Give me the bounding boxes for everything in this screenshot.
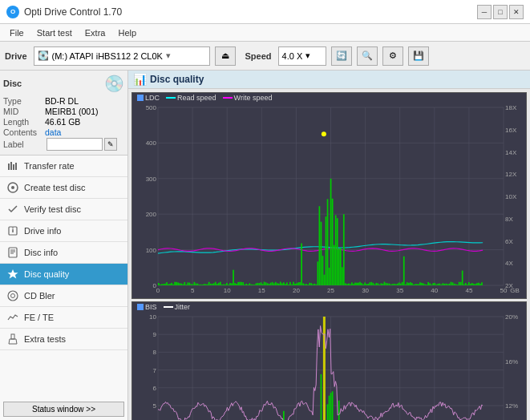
svg-point-15 <box>11 294 15 298</box>
content-header-icon: 📊 <box>133 73 147 86</box>
chart1-container: LDC Read speed Write speed <box>131 92 527 299</box>
refresh-button[interactable]: 🔄 <box>331 46 352 66</box>
drive-icon: 💽 <box>38 50 49 61</box>
svg-rect-0 <box>8 164 10 170</box>
minimize-button[interactable]: ─ <box>477 5 492 19</box>
disc-panel: Disc 💿 Type BD-R DL MID MEIRB1 (001) Len… <box>0 71 127 155</box>
sidebar-item-drive-info[interactable]: Drive info <box>0 220 127 242</box>
extra-tests-icon <box>6 333 19 345</box>
jitter-legend: Jitter <box>175 303 191 311</box>
cd-bler-icon <box>6 289 19 302</box>
sidebar-item-disc-quality[interactable]: Disc quality <box>0 264 127 285</box>
svg-point-14 <box>8 291 18 301</box>
drive-value: (M:) ATAPI iHBS112 2 CL0K <box>52 51 163 61</box>
svg-rect-1 <box>10 162 12 170</box>
transfer-rate-label: Transfer rate <box>24 161 75 171</box>
sidebar-nav: Transfer rate Create test disc Verify te… <box>0 155 127 398</box>
disc-quality-icon <box>6 268 19 281</box>
create-test-disc-label: Create test disc <box>24 183 85 192</box>
length-value: 46.61 GB <box>45 117 80 127</box>
drive-arrow-icon: ▾ <box>166 50 171 61</box>
mid-value: MEIRB1 (001) <box>45 107 99 116</box>
drive-label: Drive <box>5 51 27 61</box>
title-bar: O Opti Drive Control 1.70 ─ □ ✕ <box>0 0 530 24</box>
chart2-canvas <box>132 312 526 420</box>
disc-quality-label: Disc quality <box>24 269 69 279</box>
charts-area: LDC Read speed Write speed <box>128 89 530 420</box>
drive-info-label: Drive info <box>24 226 61 236</box>
chart2-container: BIS Jitter <box>131 301 527 420</box>
app-title: Opti Drive Control 1.70 <box>24 6 122 18</box>
create-test-disc-icon <box>6 181 19 194</box>
extra-tests-label: Extra tests <box>24 334 66 344</box>
menu-bar: File Start test Extra Help <box>0 24 530 42</box>
mid-label: MID <box>3 107 45 116</box>
label-edit-button[interactable]: ✎ <box>104 138 117 151</box>
chart1-canvas <box>132 103 526 298</box>
content-header: 📊 Disc quality <box>128 71 530 89</box>
speed-value: 4.0 X <box>282 51 303 61</box>
maximize-button[interactable]: □ <box>493 5 508 19</box>
label-input[interactable] <box>47 138 103 151</box>
sidebar-item-extra-tests[interactable]: Extra tests <box>0 329 127 350</box>
save-button[interactable]: 💾 <box>408 46 429 66</box>
speed-select[interactable]: 4.0 X ▾ <box>278 46 326 66</box>
status-window-button[interactable]: Status window >> <box>3 402 124 417</box>
sidebar-item-create-test-disc[interactable]: Create test disc <box>0 177 127 199</box>
speed-label: Speed <box>245 51 272 61</box>
svg-rect-16 <box>11 334 14 339</box>
contents-label: Contents <box>3 127 45 137</box>
sidebar: Disc 💿 Type BD-R DL MID MEIRB1 (001) Len… <box>0 71 128 420</box>
svg-point-8 <box>12 228 14 229</box>
label-label: Label <box>3 139 45 149</box>
cd-bler-label: CD Bler <box>24 291 55 301</box>
sidebar-item-verify-test-disc[interactable]: Verify test disc <box>0 199 127 220</box>
disc-panel-title: Disc <box>3 79 22 88</box>
svg-rect-2 <box>13 164 14 170</box>
drive-toolbar: Drive 💽 (M:) ATAPI iHBS112 2 CL0K ▾ ⏏ Sp… <box>0 42 530 71</box>
type-label: Type <box>3 96 45 106</box>
read-speed-legend: Read speed <box>177 94 216 102</box>
eject-button[interactable]: ⏏ <box>215 46 236 66</box>
sidebar-item-cd-bler[interactable]: CD Bler <box>0 285 127 307</box>
menu-extra[interactable]: Extra <box>79 26 112 39</box>
disc-info-icon <box>6 246 19 259</box>
fe-te-label: FE / TE <box>24 313 54 322</box>
write-speed-legend: Write speed <box>234 94 273 102</box>
contents-value: data <box>45 127 61 137</box>
disc-icon: 💿 <box>104 74 124 93</box>
speed-arrow-icon: ▾ <box>305 50 310 61</box>
bis-legend: BIS <box>145 303 157 311</box>
disc-info-label: Disc info <box>24 248 58 257</box>
svg-rect-9 <box>9 248 17 257</box>
ldc-legend: LDC <box>145 94 160 102</box>
menu-help[interactable]: Help <box>111 26 143 39</box>
drive-info-icon <box>6 224 19 237</box>
drive-select[interactable]: 💽 (M:) ATAPI iHBS112 2 CL0K ▾ <box>34 46 210 66</box>
app-icon: O <box>6 6 19 18</box>
sidebar-item-disc-info[interactable]: Disc info <box>0 242 127 264</box>
sidebar-item-fe-te[interactable]: FE / TE <box>0 307 127 329</box>
svg-marker-13 <box>8 269 18 279</box>
length-label: Length <box>3 117 45 127</box>
menu-file[interactable]: File <box>3 26 30 39</box>
settings-button[interactable]: ⚙ <box>382 46 403 66</box>
menu-start-test[interactable]: Start test <box>30 26 79 39</box>
verify-test-disc-label: Verify test disc <box>24 204 81 214</box>
fe-te-icon <box>6 311 19 324</box>
transfer-rate-icon <box>6 160 19 172</box>
type-value: BD-R DL <box>45 96 79 106</box>
close-button[interactable]: ✕ <box>509 5 524 19</box>
content-title: Disc quality <box>150 74 204 85</box>
sidebar-item-transfer-rate[interactable]: Transfer rate <box>0 155 127 177</box>
verify-test-disc-icon <box>6 203 19 216</box>
scan-button[interactable]: 🔍 <box>357 46 378 66</box>
svg-rect-3 <box>15 163 17 170</box>
content-area: 📊 Disc quality LDC Read speed <box>128 71 530 420</box>
svg-point-5 <box>11 186 14 189</box>
